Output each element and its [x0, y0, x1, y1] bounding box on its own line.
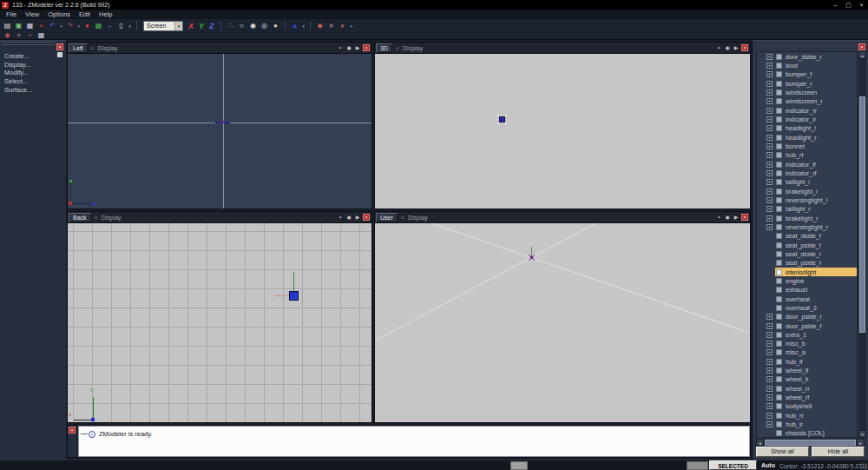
viewport-back-arrow-icon[interactable]: <: [396, 45, 399, 51]
viewport-back-arrow-icon[interactable]: <: [401, 215, 404, 221]
viewport-dot-icon[interactable]: ▪: [337, 214, 344, 221]
viewport-back-label[interactable]: Back: [69, 213, 91, 222]
axis-y-button[interactable]: Y: [196, 21, 207, 31]
visibility-checkbox[interactable]: [776, 413, 782, 419]
hierarchy-item[interactable]: +reversinglight_l: [757, 195, 857, 204]
panel-grip[interactable]: [1, 42, 56, 45]
visibility-checkbox[interactable]: [776, 197, 782, 203]
visibility-checkbox[interactable]: [776, 296, 782, 302]
visibility-checkbox[interactable]: [776, 421, 782, 427]
visibility-checkbox[interactable]: [776, 152, 782, 158]
command-panel-close-icon[interactable]: ×: [56, 43, 63, 50]
hierarchy-item[interactable]: +bumper_r: [757, 79, 857, 88]
hide-all-button[interactable]: Hide all: [812, 447, 865, 457]
expand-icon[interactable]: +: [766, 349, 773, 355]
axes-mode-icon[interactable]: ●: [270, 21, 281, 31]
viewport-dot-icon[interactable]: ▪: [715, 44, 722, 51]
hierarchy-item[interactable]: +door_dside_r: [757, 52, 857, 61]
vertex-mode-dropdown-icon[interactable]: ▾: [300, 23, 306, 29]
visibility-checkbox[interactable]: [776, 189, 782, 195]
expand-icon[interactable]: +: [766, 359, 773, 365]
visibility-checkbox[interactable]: [776, 341, 782, 347]
hierarchy-hscrollbar[interactable]: ◂ ▸: [756, 439, 865, 447]
visibility-checkbox[interactable]: [776, 125, 782, 131]
hierarchy-item[interactable]: +windscreen: [757, 88, 857, 96]
view-space-select[interactable]: Screen▾: [143, 21, 183, 31]
hierarchy-item[interactable]: +wheel_lr: [757, 375, 857, 384]
notes-icon[interactable]: ▯: [115, 21, 127, 31]
hierarchy-item[interactable]: +taillight_r: [757, 205, 857, 214]
hierarchy-item[interactable]: +bodyshell: [757, 402, 857, 411]
resize-grip[interactable]: [860, 462, 867, 469]
viewport-left-label[interactable]: Left: [69, 43, 88, 53]
pivot-icon[interactable]: ◎: [259, 21, 270, 31]
hierarchy-item[interactable]: +indicator_rf: [757, 169, 857, 177]
history-back-icon[interactable]: ←: [104, 21, 115, 31]
viewport-cursor-icon[interactable]: ▶: [354, 44, 361, 51]
minimize-button[interactable]: –: [829, 1, 842, 10]
scroll-right-icon[interactable]: ▸: [857, 439, 865, 447]
hierarchy-item[interactable]: +extra_1: [757, 330, 857, 339]
hierarchy-item[interactable]: seat_pside_f: [757, 241, 857, 249]
expand-icon[interactable]: +: [766, 81, 773, 87]
viewport-maximize-icon[interactable]: ×: [363, 44, 370, 51]
show-all-button[interactable]: Show all: [756, 447, 809, 457]
viewport-back-canvas[interactable]: y x: [68, 223, 372, 422]
hierarchy-item[interactable]: +misc_b: [757, 340, 857, 348]
visibility-checkbox[interactable]: [776, 81, 782, 87]
expand-icon[interactable]: +: [766, 403, 773, 409]
menu-options[interactable]: Options: [43, 10, 75, 19]
visibility-checkbox[interactable]: [776, 54, 782, 60]
menu-file[interactable]: File: [2, 10, 21, 19]
viewport-3d-canvas[interactable]: [375, 54, 750, 209]
expand-icon[interactable]: +: [766, 341, 773, 347]
visibility-checkbox[interactable]: [776, 359, 782, 365]
expand-icon[interactable]: +: [766, 170, 773, 176]
viewport-shading-icon[interactable]: ◉: [345, 44, 352, 51]
hierarchy-item[interactable]: exhaust: [757, 286, 857, 295]
visibility-checkbox[interactable]: [776, 367, 782, 374]
delete-icon[interactable]: ×: [36, 21, 47, 31]
viewport-maximize-icon[interactable]: ×: [741, 44, 748, 51]
scroll-down-icon[interactable]: ▾: [858, 430, 866, 438]
visibility-checkbox[interactable]: [776, 403, 782, 409]
notes-dropdown-icon[interactable]: ▾: [127, 23, 133, 29]
hierarchy-item[interactable]: +indicator_lf: [757, 160, 857, 169]
expand-icon[interactable]: +: [766, 224, 773, 230]
visibility-checkbox[interactable]: [776, 323, 782, 329]
undo-icon[interactable]: ↶: [47, 21, 58, 31]
command-modify[interactable]: Modify...: [4, 69, 66, 77]
expand-icon[interactable]: +: [766, 376, 773, 382]
hierarchy-item[interactable]: +door_pside_f: [757, 321, 857, 330]
visibility-checkbox[interactable]: [776, 143, 782, 149]
vscroll-thumb[interactable]: [859, 96, 865, 333]
viewport-back-arrow-icon[interactable]: <: [95, 215, 98, 221]
maximize-button[interactable]: ▢: [842, 1, 855, 10]
visibility-checkbox[interactable]: [776, 332, 782, 338]
hierarchy-item[interactable]: interiorlight: [757, 268, 857, 276]
hierarchy-panel-close-icon[interactable]: ×: [858, 43, 865, 50]
material-editor-icon[interactable]: ●: [82, 21, 93, 31]
hierarchy-item[interactable]: +hub_lr: [757, 420, 857, 428]
command-display[interactable]: Display...: [4, 61, 66, 70]
expand-icon[interactable]: +: [766, 332, 773, 338]
hierarchy-item[interactable]: +misc_a: [757, 348, 857, 357]
expand-icon[interactable]: +: [766, 215, 773, 222]
hierarchy-item[interactable]: overheat_2: [757, 303, 857, 312]
hierarchy-item[interactable]: +hub_lf: [757, 357, 857, 366]
plugin-c-icon[interactable]: ●: [337, 21, 348, 31]
axis-x-button[interactable]: X: [186, 21, 196, 31]
scroll-up-icon[interactable]: ▴: [858, 51, 866, 59]
expand-icon[interactable]: +: [766, 162, 773, 168]
command-surface[interactable]: Surface...: [4, 86, 66, 95]
visibility-checkbox[interactable]: [776, 135, 782, 141]
viewport-user-mode[interactable]: Display: [408, 215, 428, 221]
hierarchy-item[interactable]: +brakelight_l: [757, 187, 857, 195]
texture-browser-icon[interactable]: ▦: [93, 21, 104, 31]
hierarchy-vscrollbar[interactable]: ▴ ▾: [858, 51, 866, 438]
hierarchy-item[interactable]: +wheel_lf: [757, 366, 857, 374]
expand-icon[interactable]: +: [766, 135, 773, 141]
hierarchy-item[interactable]: +bumper_f: [757, 70, 857, 79]
expand-icon[interactable]: +: [766, 189, 773, 195]
expand-icon[interactable]: +: [766, 152, 773, 158]
